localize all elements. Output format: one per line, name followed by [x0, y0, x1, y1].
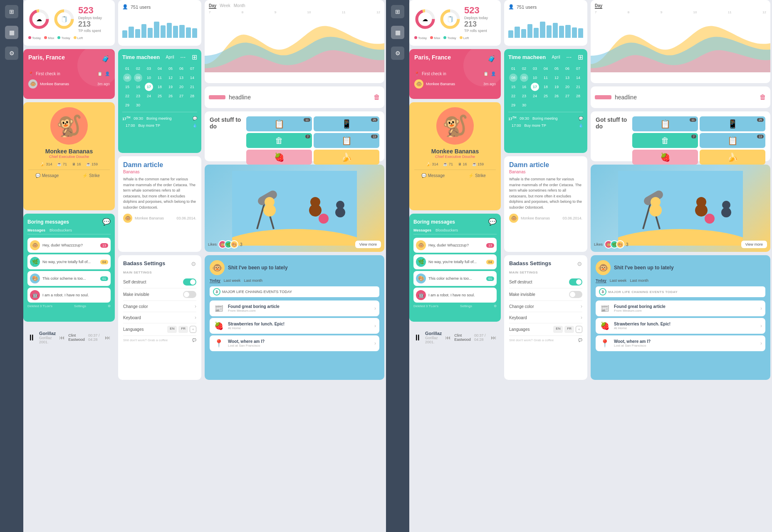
- article-illustration-r: [618, 171, 743, 246]
- strike-button[interactable]: ⚡ Strike: [72, 173, 110, 178]
- calendar-grid: 01 02 03 04 05 06 07 08 09 10 11 12 13 1…: [122, 64, 197, 109]
- self-destruct-toggle[interactable]: [183, 278, 196, 286]
- donut-area: ☁ 🧻 523 Deploys today 213: [28, 5, 110, 33]
- likes-count: 3: [240, 242, 242, 247]
- headline-card-right: headline 🗑: [591, 86, 770, 108]
- lang-en[interactable]: EN: [167, 326, 177, 333]
- event-tab-today[interactable]: Today: [210, 278, 220, 283]
- rolls-count-r: 213: [464, 20, 488, 29]
- tab-messages[interactable]: Messages: [27, 228, 45, 232]
- stuff-item-1[interactable]: 11 📋: [246, 116, 312, 131]
- keyboard-arrow-icon: ›: [195, 315, 196, 320]
- event-tab-lastweek[interactable]: Last week: [224, 278, 241, 283]
- view-more-button-r[interactable]: View more: [741, 241, 767, 248]
- stuff-item-6[interactable]: 🍌: [314, 150, 379, 165]
- music-record-icon: ⏸: [27, 333, 36, 342]
- event-item-2[interactable]: 🍓 Strawberries for lunch. Epic! At Home …: [210, 318, 379, 334]
- calendar-grid-icon[interactable]: ⊞: [192, 53, 197, 61]
- view-more-button[interactable]: View more: [355, 241, 381, 248]
- stuff-item-r-5[interactable]: 🍓: [632, 150, 698, 165]
- rolls-label: TP rolls spent: [78, 29, 102, 33]
- svg-point-13: [310, 197, 320, 207]
- paris-city: Paris, France: [28, 54, 65, 61]
- stuff-item-2[interactable]: 25 📱: [314, 116, 379, 131]
- article-image-card: Likes 🐵 🌿 🎨 3 View more: [205, 165, 384, 252]
- sidebar-right-icon-settings[interactable]: ⚙: [391, 47, 404, 60]
- stuff-item-r-3[interactable]: 7 🗑: [632, 133, 698, 148]
- tab-day-r[interactable]: Day: [595, 3, 602, 9]
- stuff-item-r-1[interactable]: 11 📋: [632, 116, 698, 131]
- msg-text-2: No way, you're totally full of...: [42, 260, 98, 264]
- stuff-item-r-2[interactable]: 25 📱: [700, 116, 765, 131]
- headline-blurred-bar: [209, 95, 225, 99]
- boring-settings-icon[interactable]: ⚙: [108, 304, 111, 308]
- location-icon: 📍: [28, 71, 33, 76]
- lang-fr[interactable]: FR: [178, 326, 188, 333]
- strike-button-r[interactable]: ⚡ Strike: [458, 173, 496, 178]
- tab-day[interactable]: Day: [209, 3, 216, 9]
- message-item-4: 🤖 I am a robot. I have no soul.: [27, 288, 111, 303]
- setting-keyboard[interactable]: Keyboard ›: [123, 312, 196, 323]
- lang-add-button[interactable]: +: [190, 326, 196, 333]
- next-icon[interactable]: ⏭: [105, 334, 111, 341]
- paris-person-icon-r: 👤: [491, 71, 496, 76]
- stuff-item-5[interactable]: 🍓: [246, 150, 312, 165]
- cal-day-24: 24: [145, 92, 153, 100]
- cal-day-09[interactable]: 09: [134, 74, 142, 82]
- prev-icon[interactable]: ⏮: [59, 334, 65, 341]
- events-info: Shit I've been up to lately: [228, 265, 288, 271]
- monkey-title: Chief Executive Douche: [49, 155, 89, 159]
- article-image: [205, 165, 384, 252]
- legend-max: Max: [44, 36, 54, 40]
- sidebar-right-icon-grid[interactable]: ▦: [391, 26, 404, 39]
- message-button-r[interactable]: 💬 Message: [414, 173, 452, 178]
- stuff-icon-2: 📱: [341, 119, 352, 129]
- stuff-item-r-6[interactable]: 🍌: [700, 150, 765, 165]
- bar-6: [154, 22, 159, 38]
- likes-row: Likes 🐵 🌿 🎨 3: [208, 240, 242, 249]
- event-item-1[interactable]: 📰 Found great boring article From Medium…: [210, 300, 379, 316]
- event-item-3[interactable]: 📍 Woot, where am I? Lost at San Francisc…: [210, 335, 379, 351]
- calendar-more-icon[interactable]: ···: [180, 54, 186, 61]
- bar-5: [148, 28, 153, 38]
- tab-month[interactable]: Month: [234, 3, 245, 9]
- tab-week[interactable]: Week: [220, 3, 230, 9]
- bar-12: [192, 28, 197, 38]
- sidebar-icon-settings[interactable]: ⚙: [5, 47, 18, 60]
- event-info-2: Strawberries for lunch. Epic! At Home: [228, 322, 371, 330]
- wave-card: Day Week Month 7 8 9 10 11 12: [205, 0, 384, 83]
- make-invisible-toggle[interactable]: [183, 291, 196, 298]
- event-tab-lastmonth[interactable]: Last month: [244, 278, 262, 283]
- users-count: 751 users: [131, 5, 151, 10]
- monkey-img: 🐒: [50, 107, 88, 145]
- msg-text-4: I am a robot. I have no soul.: [42, 293, 108, 297]
- event-time-1: 17TH: [122, 116, 130, 121]
- sidebar-icon-home[interactable]: ⊞: [5, 5, 18, 18]
- event-icon-2: 💧: [193, 123, 197, 128]
- msg-badge-2: 04: [100, 260, 108, 264]
- stuff-item-4[interactable]: 13 📋: [314, 133, 379, 148]
- stuff-item-3[interactable]: 7 🗑: [246, 133, 312, 148]
- settings-gear-icon[interactable]: ⚙: [191, 261, 196, 267]
- setting-self-destruct: Self destruct: [123, 276, 196, 288]
- tab-bloodsuckers[interactable]: Bloodsuckers: [49, 228, 72, 232]
- change-color-arrow-icon: ›: [195, 303, 196, 309]
- cal-day-08[interactable]: 08: [123, 74, 131, 82]
- settings-title: Badass Settings: [123, 260, 165, 266]
- setting-languages[interactable]: Languages EN FR +: [123, 323, 196, 336]
- stuff-item-r-4[interactable]: 13 📋: [700, 133, 765, 148]
- sidebar-icon-grid[interactable]: ▦: [5, 26, 18, 39]
- message-icon-r: 💬: [421, 173, 426, 178]
- msg-avatar-1: 🐵: [30, 240, 40, 250]
- setting-change-color[interactable]: Change color ›: [123, 301, 196, 312]
- cal-day-03: 03: [145, 64, 153, 73]
- bar-1: [122, 30, 127, 38]
- cal-day-21: 21: [188, 83, 196, 91]
- events-count-number: 3: [213, 288, 220, 296]
- bar-11: [186, 27, 191, 38]
- calendar-events: 17TH 09:30 Boring meeting 💬 17:00 Buy mo…: [122, 112, 197, 129]
- sidebar-right-icon-home[interactable]: ⊞: [391, 5, 404, 18]
- cal-day-17[interactable]: 17: [145, 83, 153, 91]
- message-button[interactable]: 💬 Message: [28, 173, 66, 178]
- event-icon-location: 📍: [213, 339, 225, 348]
